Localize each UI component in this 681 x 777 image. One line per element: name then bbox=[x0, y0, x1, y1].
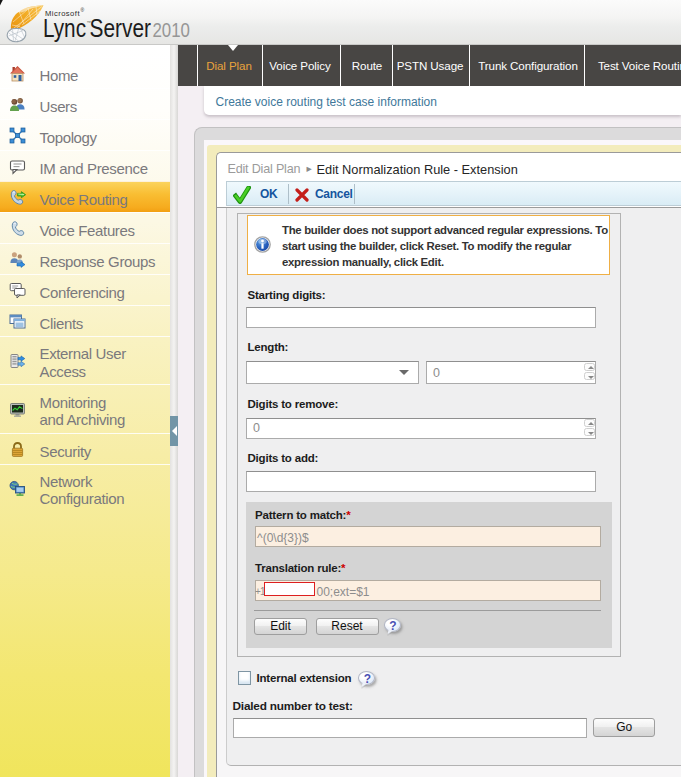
svg-text:®: ® bbox=[81, 7, 85, 13]
svg-text:2010: 2010 bbox=[153, 18, 191, 41]
svg-text:Server: Server bbox=[90, 14, 152, 42]
svg-text:Lync: Lync bbox=[43, 14, 86, 42]
